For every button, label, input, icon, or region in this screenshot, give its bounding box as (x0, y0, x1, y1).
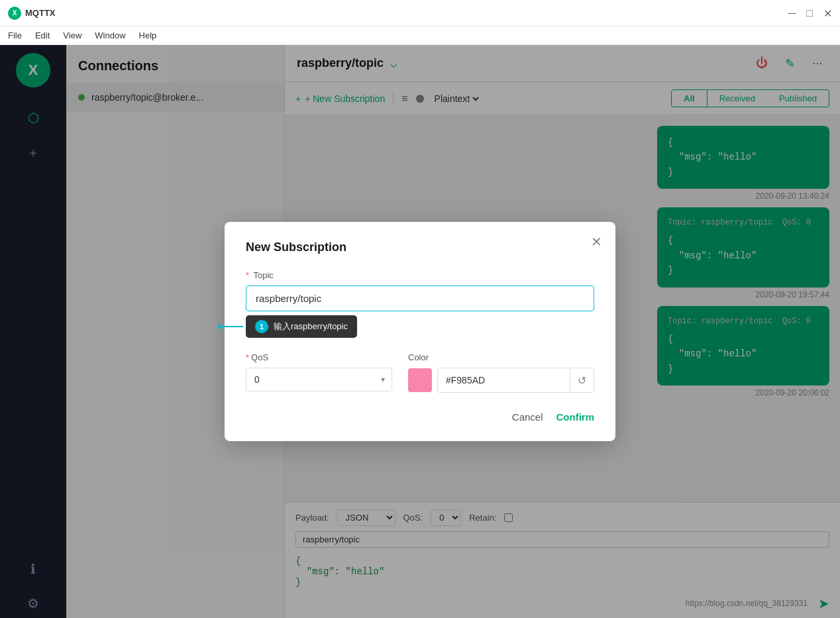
tooltip-arrow (219, 326, 243, 327)
titlebar: X MQTTX ─ □ ✕ (0, 0, 840, 26)
color-swatch[interactable] (408, 368, 432, 392)
qos-select-wrap: 0 1 2 ▾ (246, 368, 392, 391)
color-input-wrap: ↺ (437, 368, 594, 393)
menubar: File Edit View Window Help (0, 26, 840, 45)
modal-overlay[interactable]: New Subscription ✕ * Topic 1 输入raspberry… (0, 45, 840, 618)
topic-field[interactable] (246, 285, 594, 311)
menu-view[interactable]: View (63, 30, 81, 40)
qos-modal-select[interactable]: 0 1 2 (246, 368, 392, 391)
color-refresh-button[interactable]: ↺ (570, 368, 594, 392)
color-col-label: Color (408, 352, 594, 362)
close-button[interactable]: ✕ (823, 7, 832, 19)
minimize-button[interactable]: ─ (788, 7, 796, 19)
tooltip-text: 输入raspberry/topic (274, 321, 348, 333)
color-col: Color ↺ (408, 352, 594, 393)
menu-help[interactable]: Help (139, 30, 157, 40)
logo-icon: X (8, 7, 21, 20)
qos-col: * QoS 0 1 2 ▾ (246, 352, 392, 393)
color-input[interactable] (438, 369, 570, 391)
app-title: MQTTX (25, 8, 56, 18)
modal-footer: Cancel Confirm (246, 411, 594, 423)
menu-file[interactable]: File (8, 30, 22, 40)
window-controls: ─ □ ✕ (788, 7, 832, 19)
tooltip-bubble: 1 输入raspberry/topic (246, 315, 357, 338)
menu-window[interactable]: Window (95, 30, 125, 40)
modal-title: New Subscription (246, 240, 594, 254)
tooltip-container: 1 输入raspberry/topic (246, 315, 357, 338)
app-logo: X MQTTX (8, 7, 56, 20)
modal-qos-color-row: * QoS 0 1 2 ▾ Color (246, 352, 594, 393)
topic-field-label: * Topic (246, 270, 594, 280)
qos-col-label: * QoS (246, 352, 392, 362)
cancel-button[interactable]: Cancel (512, 411, 543, 423)
tooltip-number: 1 (255, 320, 268, 333)
menu-edit[interactable]: Edit (35, 30, 50, 40)
maximize-button[interactable]: □ (806, 7, 813, 19)
modal-close-button[interactable]: ✕ (591, 235, 602, 248)
new-subscription-modal: New Subscription ✕ * Topic 1 输入raspberry… (225, 222, 615, 441)
confirm-button[interactable]: Confirm (556, 411, 595, 423)
